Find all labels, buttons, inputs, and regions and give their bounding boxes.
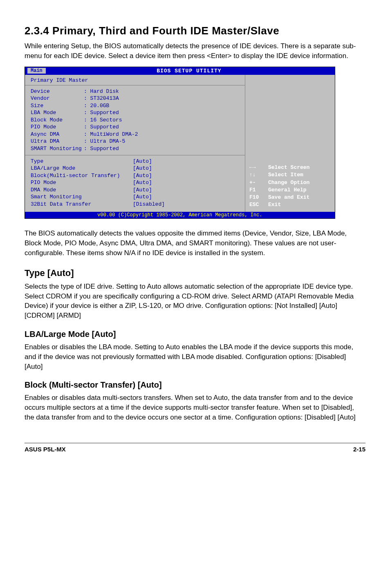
bios-info-row: Ultra DMA: Ultra DMA-5 (31, 138, 239, 145)
bios-help-row: F10Save and Exit (249, 194, 331, 201)
bios-option-value: [Auto] (133, 186, 182, 194)
bios-info-row: LBA Mode: Supported (31, 109, 239, 117)
bios-info-value: Supported (90, 146, 119, 152)
bios-help-key: ←→ (249, 164, 268, 171)
bios-header-title: BIOS SETUP UTILITY (46, 68, 332, 74)
block-title: Block (Multi-sector Transfer) [Auto] (25, 380, 365, 390)
bios-info-value: ST320413A (90, 95, 119, 101)
bios-info-row: Block Mode: 16 Sectors (31, 117, 239, 124)
bios-option-row[interactable]: Block(Multi-sector Transfer)[Auto] (31, 172, 239, 180)
bios-info-row: Device: Hard Disk (31, 88, 239, 95)
bios-panel-title: Primary IDE Master (25, 76, 245, 85)
bios-help-text: Change Option (268, 179, 309, 186)
bios-info-label: Async DMA (31, 131, 84, 138)
bios-help-row: ↑↓Select Item (249, 171, 331, 179)
bios-help-spacer (249, 78, 331, 164)
bios-help-key: F1 (249, 186, 268, 194)
bios-info-value: Ultra DMA-5 (90, 138, 126, 144)
bios-info-row: SMART Monitoring: Supported (31, 145, 239, 153)
bios-left-pane: Primary IDE Master Device: Hard Disk Ven… (25, 75, 245, 212)
bios-help-key: F10 (249, 194, 268, 201)
bios-option-value: [Auto] (133, 172, 182, 180)
bios-info-label: Vendor (31, 95, 84, 102)
bios-option-label: Block(Multi-sector Transfer) (31, 172, 133, 180)
bios-body: Primary IDE Master Device: Hard Disk Ven… (25, 75, 335, 212)
bios-option-row[interactable]: Type[Auto] (31, 158, 239, 165)
bios-info-label: Size (31, 102, 84, 110)
bios-info-label: SMART Monitoring (31, 145, 84, 153)
bios-option-row[interactable]: LBA/Large Mode[Auto] (31, 165, 239, 172)
bios-help-key: ↑↓ (249, 171, 268, 179)
bios-option-row[interactable]: DMA Mode[Auto] (31, 186, 239, 194)
footer-left: ASUS P5L-MX (25, 446, 66, 453)
bios-option-row[interactable]: Smart Monitoring[Auto] (31, 193, 239, 201)
bios-option-row[interactable]: 32Bit Data Transfer[Disabled] (31, 201, 239, 208)
section-intro: While entering Setup, the BIOS automatic… (25, 41, 365, 61)
bios-help-key: ESC (249, 201, 268, 209)
bios-info-value: 20.0GB (90, 103, 110, 109)
bios-help-row: F1General Help (249, 186, 331, 194)
bios-option-value: [Auto] (133, 158, 182, 165)
lba-title: LBA/Large Mode [Auto] (25, 330, 365, 339)
bios-info-value: Hard Disk (90, 88, 119, 94)
type-auto-title: Type [Auto] (25, 268, 365, 278)
bios-option-value: [Auto] (133, 165, 182, 172)
bios-tab-main[interactable]: Main (27, 68, 46, 74)
footer-right: 2-15 (353, 446, 365, 453)
bios-help-row: +-Change Option (249, 179, 331, 186)
bios-info-label: Block Mode (31, 117, 84, 124)
after-bios-paragraph: The BIOS automatically detects the value… (25, 229, 365, 258)
bios-option-label: DMA Mode (31, 186, 133, 194)
page-footer: ASUS P5L-MX 2-15 (25, 443, 365, 453)
bios-help-text: Select Item (268, 171, 303, 179)
bios-device-info: Device: Hard Disk Vendor: ST320413A Size… (25, 85, 245, 155)
bios-option-value: [Auto] (133, 193, 182, 201)
lba-body: Enables or disables the LBA mode. Settin… (25, 342, 365, 371)
type-auto-body: Selects the type of IDE drive. Setting t… (25, 282, 365, 321)
bios-info-label: PIO Mode (31, 123, 84, 131)
bios-info-value: MultiWord DMA-2 (90, 131, 138, 137)
bios-option-value: [Disabled] (133, 201, 182, 208)
bios-option-label: LBA/Large Mode (31, 165, 133, 172)
bios-header: Main BIOS SETUP UTILITY (25, 67, 335, 75)
bios-help-text: Save and Exit (268, 194, 309, 201)
bios-footer: v00.00 (C)Copyright 1985-2002, American … (25, 212, 335, 218)
bios-info-value: Supported (90, 110, 119, 116)
bios-help-text: General Help (268, 186, 307, 194)
bios-option-label: 32Bit Data Transfer (31, 201, 133, 208)
bios-info-label: Device (31, 88, 84, 95)
bios-info-row: Async DMA: MultiWord DMA-2 (31, 131, 239, 138)
bios-info-value: Supported (90, 124, 119, 130)
bios-help-text: Exit (268, 201, 281, 209)
bios-info-row: Vendor: ST320413A (31, 95, 239, 102)
bios-panel: Main BIOS SETUP UTILITY Primary IDE Mast… (25, 67, 335, 219)
bios-help-row: ←→Select Screen (249, 164, 331, 171)
bios-option-label: PIO Mode (31, 179, 133, 186)
bios-option-value: [Auto] (133, 179, 182, 186)
bios-option-label: Type (31, 158, 133, 165)
bios-info-label: Ultra DMA (31, 138, 84, 145)
block-body: Enables or disables data multi-sectors t… (25, 393, 365, 422)
bios-info-row: PIO Mode: Supported (31, 123, 239, 131)
bios-info-row: Size: 20.0GB (31, 102, 239, 110)
bios-right-pane: ←→Select Screen ↑↓Select Item +-Change O… (245, 75, 335, 212)
bios-help-text: Select Screen (268, 164, 309, 171)
bios-option-label: Smart Monitoring (31, 193, 133, 201)
bios-help-row: ESCExit (249, 201, 331, 209)
bios-info-value: 16 Sectors (90, 117, 122, 123)
section-title: 2.3.4 Primary, Third and Fourth IDE Mast… (25, 25, 365, 37)
bios-options: Type[Auto] LBA/Large Mode[Auto] Block(Mu… (25, 155, 245, 211)
bios-info-label: LBA Mode (31, 109, 84, 117)
bios-help-key: +- (249, 179, 268, 186)
bios-option-row[interactable]: PIO Mode[Auto] (31, 179, 239, 186)
